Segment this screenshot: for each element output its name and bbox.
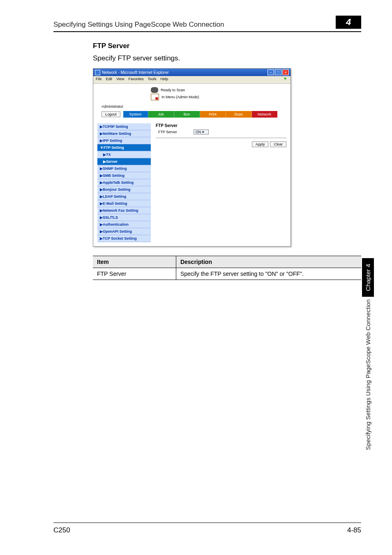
menu-help[interactable]: Help xyxy=(160,77,168,83)
printer-icon xyxy=(151,87,158,93)
chapter-number-chip: 4 xyxy=(336,16,361,29)
sidebar-item[interactable]: ▶Network Fax Setting xyxy=(97,207,151,214)
admin-mode-icon xyxy=(151,94,159,100)
running-title-vertical: Specifying Settings Using PageScope Web … xyxy=(364,299,371,450)
menubar: File Edit View Favorites Tools Help ⚑ xyxy=(93,76,291,84)
tab-job[interactable]: Job xyxy=(148,111,174,118)
spec-table: Item Description FTP ServerSpecify the F… xyxy=(93,256,361,280)
pane-title: FTP Server xyxy=(156,123,286,128)
cell-item: FTP Server xyxy=(93,268,176,280)
sidebar-item[interactable]: ▶Bonjour Setting xyxy=(97,186,151,193)
tab-box[interactable]: Box xyxy=(174,111,200,118)
footer-model: C250 xyxy=(53,526,70,534)
sidebar-item[interactable]: ▶Server xyxy=(97,158,151,165)
section-lead: Specify FTP server settings. xyxy=(93,54,361,62)
tab-network[interactable]: Network xyxy=(252,111,277,118)
menu-view[interactable]: View xyxy=(116,77,124,83)
menu-tools[interactable]: Tools xyxy=(148,77,156,83)
clear-button[interactable]: Clear xyxy=(270,141,286,147)
apply-button[interactable]: Apply xyxy=(252,141,269,147)
footer-page-number: 4-85 xyxy=(347,526,361,534)
sidebar-item[interactable]: ▶AppleTalk Setting xyxy=(97,179,151,186)
close-button[interactable]: × xyxy=(282,69,289,75)
menu-favorites[interactable]: Favorites xyxy=(128,77,143,83)
sidebar-item[interactable]: ▶SSL/TLS xyxy=(97,214,151,221)
section-heading: FTP Server xyxy=(93,42,361,50)
maximize-button[interactable]: □ xyxy=(275,69,281,75)
running-title: Specifying Settings Using PageScope Web … xyxy=(53,21,328,29)
sidebar-item[interactable]: ▼FTP Setting xyxy=(97,144,151,151)
sidebar-item[interactable]: ▶NetWare Setting xyxy=(97,130,151,137)
cell-desc: Specify the FTP server setting to "ON" o… xyxy=(176,268,361,280)
sidebar-item[interactable]: ▶TX xyxy=(97,151,151,158)
page-footer: C250 4-85 xyxy=(53,523,361,534)
tab-system[interactable]: System xyxy=(123,111,148,118)
admin-label: Administrator xyxy=(101,104,286,109)
sidebar-item[interactable]: ▶E-Mail Setting xyxy=(97,200,151,207)
running-header: Specifying Settings Using PageScope Web … xyxy=(53,16,361,32)
sidebar-item[interactable]: ▶SMB Setting xyxy=(97,172,151,179)
titlebar: Network - Microsoft Internet Explorer – … xyxy=(93,69,291,76)
window-title: Network - Microsoft Internet Explorer xyxy=(102,70,267,75)
ftp-server-label: FTP Server xyxy=(158,130,177,134)
body-column: FTP Server Specify FTP server settings. … xyxy=(93,42,361,280)
status-secondary: In Menu (Admin Mode) xyxy=(161,95,199,99)
th-item: Item xyxy=(93,256,176,268)
sidebar-item[interactable]: ▶IPP Setting xyxy=(97,137,151,144)
screenshot-window: Network - Microsoft Internet Explorer – … xyxy=(93,68,291,247)
sidebar-item[interactable]: ▶OpenAPI Setting xyxy=(97,228,151,235)
sidebar-item[interactable]: ▶SNMP Setting xyxy=(97,165,151,172)
tab-scan[interactable]: Scan xyxy=(226,111,252,118)
ie-icon xyxy=(95,70,100,75)
menu-edit[interactable]: Edit xyxy=(106,77,113,83)
content-pane: FTP Server FTP Server ON ▾ Apply Clear xyxy=(156,123,286,242)
chapter-label-vertical: Chapter 4 xyxy=(362,258,374,297)
side-tab: Chapter 4 Specifying Settings Using Page… xyxy=(362,258,374,450)
ie-flag-icon: ⚑ xyxy=(282,77,288,83)
tab-print[interactable]: Print xyxy=(200,111,226,118)
status-primary: Ready to Scan xyxy=(161,88,185,92)
menu-file[interactable]: File xyxy=(96,77,102,83)
nav-tabs: System Job Box Print Scan Network xyxy=(123,111,277,118)
sidebar-item[interactable]: ▶Authentication xyxy=(97,221,151,228)
table-row: FTP ServerSpecify the FTP server setting… xyxy=(93,268,361,280)
document-page: Specifying Settings Using PageScope Web … xyxy=(0,0,392,555)
ftp-server-select[interactable]: ON ▾ xyxy=(194,130,209,134)
sidebar-item[interactable]: ▶TCP Socket Setting xyxy=(97,235,151,242)
th-desc: Description xyxy=(176,256,361,268)
sidebar-item[interactable]: ▶TCP/IP Setting xyxy=(97,123,151,130)
logout-button[interactable]: Logout xyxy=(101,111,120,117)
minimize-button[interactable]: – xyxy=(267,69,274,75)
settings-sidebar: ▶TCP/IP Setting▶NetWare Setting▶IPP Sett… xyxy=(97,123,151,242)
sidebar-item[interactable]: ▶LDAP Setting xyxy=(97,193,151,200)
